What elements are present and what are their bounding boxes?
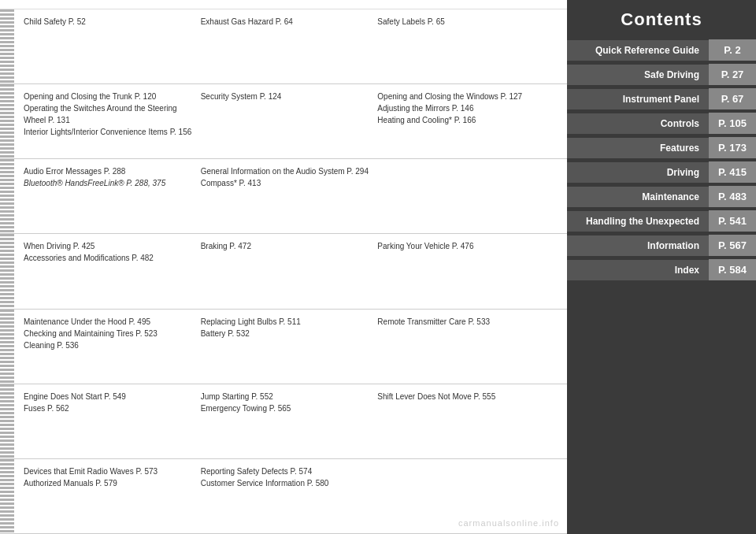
sidebar-item-maintenance[interactable]: MaintenanceP. 483 [567,186,756,207]
sidebar-item-label: Features [567,138,709,158]
section-col-2-2 [377,165,554,189]
sidebar-item-driving[interactable]: DrivingP. 415 [567,161,756,183]
section-cols-0: Child Safety P. 52Exhaust Gas Hazard P. … [24,16,554,28]
section-cols-6: Devices that Emit Radio Waves P. 573 Aut… [24,465,554,489]
sidebar-title: Contents [567,0,756,38]
section-col-6-0: Devices that Emit Radio Waves P. 573 Aut… [24,465,201,489]
section-col-0-1: Exhaust Gas Hazard P. 64 [201,16,378,28]
section-row-5: Engine Does Not Start P. 549 Fuses P. 56… [0,384,567,459]
main-content: Child Safety P. 52Exhaust Gas Hazard P. … [0,0,567,534]
sidebar-item-page: P. 541 [709,210,756,232]
sidebar-item-label: Driving [567,162,709,183]
section-col-0-0: Child Safety P. 52 [24,16,201,28]
section-row-4: Maintenance Under the Hood P. 495 Checki… [0,310,567,384]
top-spacer [0,0,567,9]
sidebar-item-page: P. 105 [709,113,756,134]
sidebar-item-quick-reference-guide[interactable]: Quick Reference GuideP. 2 [567,39,756,61]
sidebar-item-page: P. 2 [709,39,756,61]
section-col-6-1: Reporting Safety Defects P. 574 Customer… [201,465,378,489]
sidebar-item-label: Information [567,235,709,256]
section-cols-3: When Driving P. 425 Accessories and Modi… [24,240,554,264]
section-col-3-2: Parking Your Vehicle P. 476 [377,240,554,264]
section-col-5-2: Shift Lever Does Not Move P. 555 [377,391,554,414]
sidebar-item-safe-driving[interactable]: Safe DrivingP. 27 [567,64,756,85]
sidebar-item-instrument-panel[interactable]: Instrument PanelP. 67 [567,88,756,109]
sidebar-item-features[interactable]: FeaturesP. 173 [567,137,756,158]
section-row-2: Audio Error Messages P. 288Bluetooth® Ha… [0,159,567,234]
sidebar-item-page: P. 567 [709,235,756,256]
section-col-5-0: Engine Does Not Start P. 549 Fuses P. 56… [24,391,201,414]
section-col-3-0: When Driving P. 425 Accessories and Modi… [24,240,201,264]
section-col-4-1: Replacing Light Bulbs P. 511 Battery P. … [201,316,378,351]
sidebar-item-label: Instrument Panel [567,89,709,109]
sidebar-item-controls[interactable]: ControlsP. 105 [567,113,756,134]
section-col-4-0: Maintenance Under the Hood P. 495 Checki… [24,316,201,351]
sidebar-item-index[interactable]: IndexP. 584 [567,259,756,280]
section-col-1-1: Security System P. 124 [201,91,378,138]
sidebar-item-label: Quick Reference Guide [567,40,709,61]
sidebar-item-page: P. 415 [709,161,756,183]
sidebar: Contents Quick Reference GuideP. 2Safe D… [567,0,756,534]
sidebar-item-label: Handling the Unexpected [567,211,709,232]
section-col-4-2: Remote Transmitter Care P. 533 [377,316,554,351]
section-col-1-0: Opening and Closing the Trunk P. 120 Ope… [24,91,201,138]
section-col-2-1: General Information on the Audio System … [201,165,378,189]
section-cols-2: Audio Error Messages P. 288Bluetooth® Ha… [24,165,554,189]
sidebar-item-label: Maintenance [567,187,709,207]
section-col-2-0: Audio Error Messages P. 288Bluetooth® Ha… [24,165,201,189]
section-cols-5: Engine Does Not Start P. 549 Fuses P. 56… [24,391,554,414]
sidebar-item-label: Safe Driving [567,65,709,85]
section-row-3: When Driving P. 425 Accessories and Modi… [0,234,567,309]
section-cols-1: Opening and Closing the Trunk P. 120 Ope… [24,91,554,138]
section-col-3-1: Braking P. 472 [201,240,378,264]
section-col-0-2: Safety Labels P. 65 [377,16,554,28]
section-row-1: Opening and Closing the Trunk P. 120 Ope… [0,84,567,159]
sidebar-item-information[interactable]: InformationP. 567 [567,235,756,256]
sidebar-item-handling-the-unexpected[interactable]: Handling the UnexpectedP. 541 [567,210,756,232]
section-col-6-2 [377,465,554,489]
sidebar-item-page: P. 173 [709,137,756,158]
section-row-0: Child Safety P. 52Exhaust Gas Hazard P. … [0,9,567,84]
sidebar-item-page: P. 584 [709,259,756,280]
sidebar-item-label: Index [567,260,709,280]
section-col-1-2: Opening and Closing the Windows P. 127 A… [377,91,554,138]
section-col-5-1: Jump Starting P. 552 Emergency Towing P.… [201,391,378,414]
watermark: carmanualsonline.info [458,518,559,528]
sidebar-item-page: P. 483 [709,186,756,207]
section-cols-4: Maintenance Under the Hood P. 495 Checki… [24,316,554,351]
sidebar-item-page: P. 67 [709,88,756,109]
sidebar-item-page: P. 27 [709,64,756,85]
sidebar-item-label: Controls [567,113,709,134]
